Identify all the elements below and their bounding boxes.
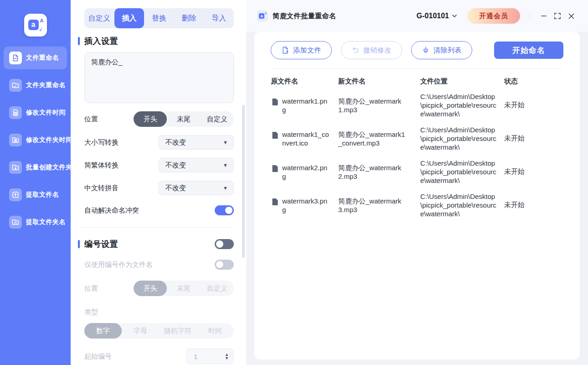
tab-import[interactable]: 导入 xyxy=(204,8,234,28)
col-header-old-name: 原文件名 xyxy=(271,77,338,86)
clear-list-button[interactable]: 清除列表 xyxy=(411,41,472,59)
license-dropdown[interactable]: G-010101 xyxy=(417,12,457,20)
extract-file-icon xyxy=(9,188,22,201)
case-convert-select[interactable]: 不改变 ▼ xyxy=(159,135,234,150)
only-number-row: 仅使用编号作为文件名 xyxy=(84,260,234,270)
position-option-end[interactable]: 末尾 xyxy=(167,111,200,127)
number-position-segmented: 开头 末尾 自定义 xyxy=(134,281,234,296)
position-option-start[interactable]: 开头 xyxy=(134,111,167,127)
only-number-toggle[interactable] xyxy=(215,260,234,270)
type-option-time[interactable]: 时间 xyxy=(196,323,234,339)
titlebar-logo-icon: a A xyxy=(257,10,268,21)
sidebar-item-label: 修改文件夹时间 xyxy=(26,136,72,144)
chevron-down-icon: ▼ xyxy=(223,140,228,145)
stepper-value: 1 xyxy=(194,353,225,360)
numbering-settings-header: 编号设置 xyxy=(78,239,234,250)
start-number-row: 起始编号 1 ▲▼ xyxy=(84,349,234,364)
position-option-custom[interactable]: 自定义 xyxy=(201,111,234,127)
conflict-row: 自动解决命名冲突 xyxy=(84,205,234,215)
sidebar-item-file-rename[interactable]: 文件重命名 xyxy=(4,47,67,69)
type-option-random[interactable]: 随机字符 xyxy=(159,323,196,339)
sidebar-item-label: 文件夹重命名 xyxy=(26,81,66,89)
logo-A-icon: A xyxy=(40,18,44,23)
table-row[interactable]: watermark1.png 简鹿办公_watermark1.mp3 C:\Us… xyxy=(271,89,563,122)
file-path: C:\Users\Admin\Desktop\picpick_portable\… xyxy=(420,125,499,151)
new-filename: 简鹿办公_watermark3.mp3 xyxy=(338,197,407,214)
status-text: 未开始 xyxy=(504,201,563,209)
tab-insert[interactable]: 插入 xyxy=(114,8,144,28)
logo-a-icon: a xyxy=(259,13,264,19)
maximize-button[interactable] xyxy=(551,9,564,23)
number-position-option-end[interactable]: 末尾 xyxy=(167,281,200,296)
sidebar-item-batch-create-folder[interactable]: 批量创建文件夹 xyxy=(4,156,67,179)
file-path: C:\Users\Admin\Desktop\picpick_portable\… xyxy=(420,92,499,118)
tab-replace[interactable]: 替换 xyxy=(144,8,174,28)
number-type-label-row: 类型 xyxy=(84,308,234,317)
folder-plus-icon xyxy=(9,161,22,174)
file-icon xyxy=(272,131,279,141)
settings-scrollbar[interactable] xyxy=(242,105,245,258)
extract-folder-icon xyxy=(9,216,22,229)
stepper-arrows-icon[interactable]: ▲▼ xyxy=(225,353,229,360)
position-row: 位置 开头 末尾 自定义 xyxy=(84,111,234,127)
toolbar: 添加文件 撤销修改 清除列表 开始命名 xyxy=(271,41,563,69)
titlebar-divider xyxy=(529,12,530,20)
old-filename: watermark2.png xyxy=(282,163,330,181)
tab-custom[interactable]: 自定义 xyxy=(84,8,114,28)
toggle-knob xyxy=(225,207,232,214)
table-row[interactable]: watermark1_convert.ico 简鹿办公_watermark1_c… xyxy=(271,122,563,155)
tradsimp-convert-select[interactable]: 不改变 ▼ xyxy=(159,158,234,172)
clear-brush-icon xyxy=(422,46,430,54)
license-code: G-010101 xyxy=(417,12,449,20)
start-number-stepper[interactable]: 1 ▲▼ xyxy=(186,349,234,364)
pinyin-convert-select[interactable]: 不改变 ▼ xyxy=(159,181,234,195)
sidebar-item-extract-filename[interactable]: 提取文件名 xyxy=(4,183,67,206)
window-title: 简鹿文件批量重命名 xyxy=(273,12,336,21)
close-button[interactable] xyxy=(564,9,578,23)
table-header: 原文件名 新文件名 文件位置 状态 xyxy=(271,69,563,89)
table-row[interactable]: watermark2.png 简鹿办公_watermark2.mp3 C:\Us… xyxy=(271,155,563,188)
type-option-letter[interactable]: 字母 xyxy=(122,323,159,339)
col-header-new-name: 新文件名 xyxy=(338,77,420,86)
pinyin-convert-row: 中文转拼音 不改变 ▼ xyxy=(84,181,234,195)
minimize-button[interactable] xyxy=(537,9,551,23)
sidebar-item-file-time[interactable]: 修改文件时间 xyxy=(4,101,67,124)
number-type-segmented: 数字 字母 随机字符 时间 xyxy=(84,323,234,339)
start-rename-button[interactable]: 开始命名 xyxy=(494,42,563,59)
pinyin-convert-label: 中文转拼音 xyxy=(84,184,159,193)
undo-button[interactable]: 撤销修改 xyxy=(341,41,402,59)
type-option-number[interactable]: 数字 xyxy=(84,323,122,339)
folder-rename-icon xyxy=(9,79,22,92)
number-type-row: 数字 字母 随机字符 时间 xyxy=(84,323,234,339)
add-files-button[interactable]: 添加文件 xyxy=(271,41,332,59)
number-position-option-start[interactable]: 开头 xyxy=(134,281,167,296)
sidebar-item-folder-rename[interactable]: 文件夹重命名 xyxy=(4,74,67,97)
col-header-status: 状态 xyxy=(504,77,563,86)
tab-delete[interactable]: 删除 xyxy=(174,8,204,28)
table-row[interactable]: watermark3.png 简鹿办公_watermark3.mp3 C:\Us… xyxy=(271,188,563,222)
file-time-icon xyxy=(9,106,22,119)
sidebar-item-label: 文件重命名 xyxy=(26,54,59,62)
tradsimp-convert-label: 简繁体转换 xyxy=(84,161,159,170)
number-position-label: 位置 xyxy=(84,284,134,293)
sidebar-item-folder-time[interactable]: 修改文件夹时间 xyxy=(4,129,67,151)
logo-a-icon: a xyxy=(28,20,39,30)
numbering-toggle[interactable] xyxy=(215,239,234,249)
new-filename: 简鹿办公_watermark2.mp3 xyxy=(338,163,407,181)
titlebar-right: G-010101 开通会员 xyxy=(417,8,578,24)
sidebar-item-extract-foldername[interactable]: 提取文件夹名 xyxy=(4,211,67,234)
insert-text-input[interactable]: 简鹿办公_ xyxy=(84,52,234,103)
number-position-option-custom[interactable]: 自定义 xyxy=(201,281,234,296)
conflict-label: 自动解决命名冲突 xyxy=(84,206,215,215)
conflict-toggle[interactable] xyxy=(215,205,234,215)
status-text: 未开始 xyxy=(504,101,563,110)
start-number-label: 起始编号 xyxy=(84,352,186,361)
sidebar-item-label: 提取文件夹名 xyxy=(26,218,66,226)
number-type-label: 类型 xyxy=(84,308,234,317)
sidebar-nav: 文件重命名 文件夹重命名 修改文件时间 修改文件夹时间 xyxy=(4,47,67,234)
title-bar: a A 简鹿文件批量重命名 G-010101 开通会员 xyxy=(246,0,588,32)
app-logo: a A ↙ xyxy=(24,14,47,36)
file-path: C:\Users\Admin\Desktop\picpick_portable\… xyxy=(420,192,499,218)
vip-button[interactable]: 开通会员 xyxy=(467,8,520,24)
file-icon xyxy=(272,198,279,207)
